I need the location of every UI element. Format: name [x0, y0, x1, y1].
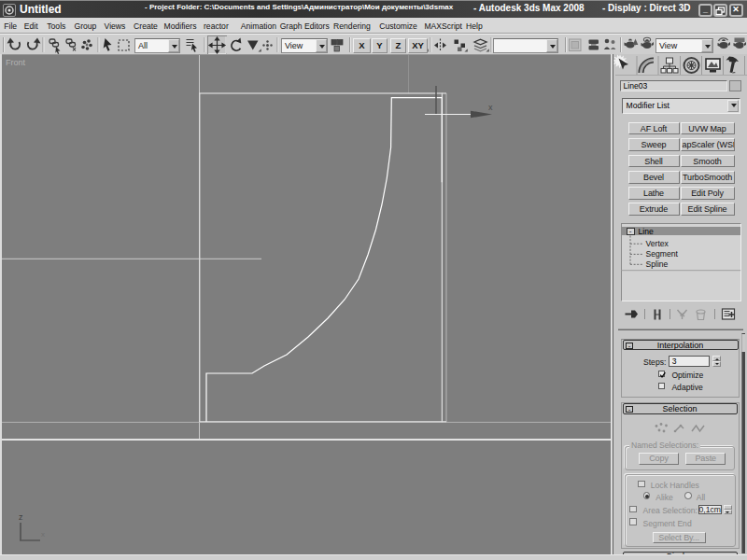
svg-text:z: z	[19, 512, 23, 522]
svg-text:x: x	[41, 530, 45, 539]
svg-text:x: x	[488, 103, 493, 112]
